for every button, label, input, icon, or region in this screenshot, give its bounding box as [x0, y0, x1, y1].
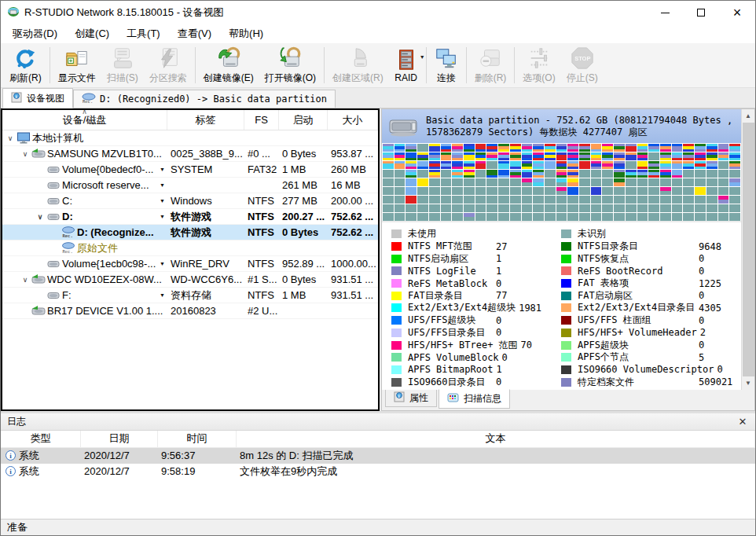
log-column-time[interactable]: 时间: [158, 431, 237, 447]
block-cell: [706, 187, 717, 195]
expander-icon[interactable]: ∨: [19, 150, 31, 158]
column-header-size[interactable]: 大小: [328, 110, 378, 130]
toolbar-button-options[interactable]: 选项(O): [517, 44, 560, 86]
block-cell: [498, 213, 509, 221]
block-cell: [637, 213, 648, 221]
row-dropdown-icon[interactable]: ▼: [160, 292, 165, 298]
log-column-date[interactable]: 日期: [81, 431, 158, 447]
tree-row[interactable]: F:▼资料存储NTFS1 MB931.51 ...: [2, 288, 378, 303]
scan-panel-scrollbar[interactable]: ▲ ▼: [741, 109, 754, 390]
column-header-fs[interactable]: FS: [244, 110, 279, 130]
expander-icon[interactable]: ∨: [4, 134, 17, 142]
scrollbar-thumb[interactable]: [743, 123, 754, 376]
block-cell: [648, 196, 659, 204]
tree-row[interactable]: ∨本地计算机: [2, 130, 378, 146]
column-header-label[interactable]: 标签: [167, 110, 244, 130]
log-column-type[interactable]: 类型: [1, 431, 81, 447]
block-cell: [660, 204, 671, 212]
menu-help[interactable]: 帮助(H): [220, 27, 272, 41]
tree-row[interactable]: BR17 DEVICE V1.00 1....20160823#2 U...: [2, 303, 378, 319]
block-cell: [683, 170, 694, 178]
column-header-device[interactable]: ∧设备/磁盘: [2, 110, 167, 130]
scan-block-map[interactable]: [382, 143, 741, 221]
toolbar-button-delete[interactable]: 删除(R): [469, 44, 512, 86]
row-dropdown-icon[interactable]: ▼: [160, 214, 165, 219]
log-row[interactable]: i系统2020/12/79:56:378m 12s 的 D: 扫描已完成: [1, 448, 755, 464]
menu-view[interactable]: 查看(V): [169, 27, 220, 41]
legend-count: 5: [699, 352, 704, 363]
tree-row[interactable]: ∨SAMSUNG MZVLB1T0...0025_388B_9...#0 ...…: [2, 146, 378, 162]
block-cell: [475, 144, 486, 152]
scroll-down-icon[interactable]: ▼: [742, 377, 754, 390]
row-dropdown-icon[interactable]: ▼: [160, 182, 165, 188]
block-cell: [683, 144, 694, 152]
tree-row[interactable]: ∨WDC WD10EZEX-08W...WD-WCC6Y6...#1 S...0…: [2, 272, 378, 288]
block-cell: [417, 187, 428, 195]
toolbar-button-show-files[interactable]: 显示文件: [53, 44, 101, 86]
tree-row[interactable]: Microsoft reserve...▼261 MB16 MB: [2, 178, 378, 193]
legend-swatch: [561, 279, 571, 288]
log-row[interactable]: i系统2020/12/79:58:19文件枚举在9秒内完成: [1, 464, 755, 479]
block-cell: [486, 144, 497, 152]
toolbar-button-stop[interactable]: STOP停止(S): [561, 44, 604, 86]
block-cell: [567, 213, 578, 221]
block-cell: [441, 152, 452, 160]
menu-create[interactable]: 创建(C): [66, 27, 118, 41]
boot-cell: 1 MB: [279, 288, 328, 303]
toolbar-button-create-image[interactable]: 创建镜像(E): [198, 44, 259, 86]
legend-count: 0: [699, 315, 704, 326]
size-cell: 1000.00...: [328, 256, 378, 271]
boot-cell: 261 MB: [279, 178, 328, 193]
block-cell: [602, 204, 613, 212]
toolbar-button-partition-search[interactable]: 分区搜索: [144, 44, 193, 86]
size-cell: 200.00 ...: [328, 193, 378, 208]
toolbar-button-scan[interactable]: 扫描(S): [101, 44, 144, 86]
stop-icon: STOP: [571, 46, 594, 71]
block-cell: [591, 178, 602, 186]
close-log-icon[interactable]: ✕: [736, 416, 749, 428]
log-column-text[interactable]: 文本: [237, 431, 755, 447]
legend-count: 0: [502, 352, 508, 363]
close-button[interactable]: ×: [719, 1, 755, 24]
fs-cell: [244, 130, 279, 145]
toolbar-button-connect[interactable]: 连接: [429, 44, 464, 86]
block-cell: [395, 161, 406, 169]
block-cell: [602, 178, 613, 186]
block-cell: [614, 196, 625, 204]
scroll-up-icon[interactable]: ▲: [742, 109, 754, 122]
toolbar-button-raid[interactable]: ▼RAID: [389, 44, 424, 86]
tab-scan-info[interactable]: 扫描信息: [439, 389, 510, 409]
block-cell: [533, 161, 544, 169]
block-cell: [464, 196, 475, 204]
device-cell: BR17 DEVICE V1.00 1....: [2, 303, 167, 318]
tab-properties[interactable]: i 属性: [385, 390, 437, 407]
tree-row[interactable]: Volume{0bedecf0-...▼SYSTEMFAT321 MB260 M…: [2, 162, 378, 178]
menu-tools[interactable]: 工具(T): [118, 27, 169, 41]
row-dropdown-icon[interactable]: ▼: [160, 167, 165, 172]
tree-row[interactable]: Rec.原始文件: [2, 240, 378, 256]
legend-count: 4305: [699, 303, 721, 314]
column-header-boot[interactable]: 启动: [279, 110, 328, 130]
row-dropdown-icon[interactable]: ▼: [160, 198, 165, 204]
row-dropdown-icon[interactable]: ▼: [160, 261, 165, 266]
tab-device-view[interactable]: i 设备视图: [2, 88, 73, 108]
block-cell: [567, 204, 578, 212]
block-cell: [395, 178, 406, 186]
toolbar-button-create-region[interactable]: 创建区域(R): [327, 44, 389, 86]
tree-row[interactable]: C:▼WindowsNTFS277 MB200.00 ...: [2, 193, 378, 209]
maximize-button[interactable]: [683, 1, 719, 24]
tab-scan-result[interactable]: Rec. D: (Recognized0) -> Basic data part…: [73, 90, 336, 108]
tree-row[interactable]: Volume{1ecb0c98-...▼WinRE_DRVNTFS952.89 …: [2, 256, 378, 272]
expander-icon[interactable]: ∨: [19, 276, 31, 284]
tree-row[interactable]: ∨D:▼软件游戏NTFS200.27 ...752.62 ...: [2, 209, 378, 225]
block-cell: [406, 204, 417, 212]
menu-drive[interactable]: 驱动器(D): [4, 27, 66, 41]
toolbar-button-refresh[interactable]: 刷新(R): [4, 44, 47, 86]
size-cell: 16 MB: [328, 178, 378, 193]
toolbar-separator: [426, 47, 427, 83]
tree-row[interactable]: Rec.D: (Recognize...软件游戏NTFS0 Bytes752.6…: [2, 225, 378, 240]
minimize-button[interactable]: [647, 1, 683, 24]
dropdown-arrow-icon[interactable]: ▼: [420, 54, 425, 60]
toolbar-button-open-image[interactable]: 打开镜像(O): [259, 44, 321, 86]
expander-icon[interactable]: ∨: [34, 213, 46, 221]
